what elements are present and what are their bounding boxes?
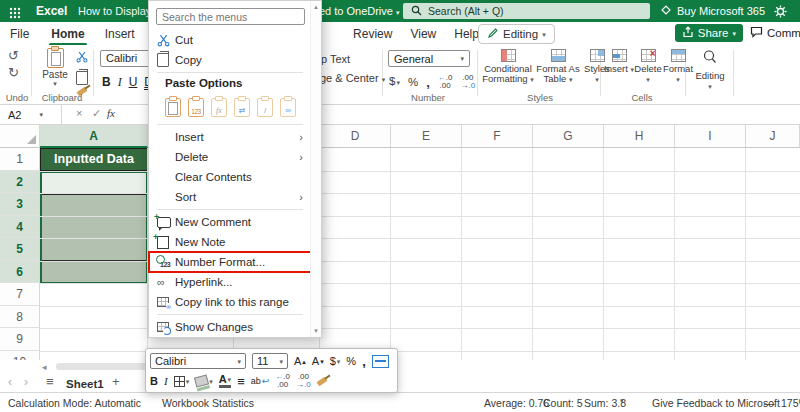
column-header-I[interactable]: I	[675, 125, 746, 148]
increase-font-size-button[interactable]: A▴	[294, 356, 306, 367]
mini-comma-button[interactable]: ,	[362, 355, 366, 368]
cut-button[interactable]	[76, 49, 88, 67]
italic-button[interactable]: I	[118, 75, 122, 90]
mini-font-color-button[interactable]: A▾	[219, 374, 231, 388]
selected-cell-A4[interactable]	[42, 217, 146, 239]
mini-decrease-decimal-button[interactable]: .00→.0	[296, 373, 311, 389]
zoom-level[interactable]: 175%	[781, 397, 800, 409]
next-sheet-icon[interactable]: ›	[24, 375, 28, 389]
app-launcher-icon[interactable]	[9, 5, 21, 17]
tab-file[interactable]: File	[8, 24, 31, 44]
selected-cell-A5[interactable]	[42, 239, 146, 261]
copy-button[interactable]	[76, 71, 88, 85]
column-header-J[interactable]: J	[746, 125, 800, 148]
workbook-statistics[interactable]: Workbook Statistics	[162, 397, 254, 409]
scroll-up-icon[interactable]: ▴	[311, 3, 321, 11]
undo-button[interactable]: ↺	[8, 49, 19, 62]
settings-gear-icon[interactable]	[774, 4, 787, 22]
zoom-out-icon[interactable]: —	[764, 397, 775, 409]
editing-dropdown[interactable]: Editing ▾	[692, 49, 728, 90]
menu-item-insert[interactable]: Insert›	[149, 127, 311, 147]
menu-item-hyperlink[interactable]: ∞Hyperlink...	[149, 272, 311, 292]
row-header-5[interactable]: 5	[0, 238, 40, 261]
name-box[interactable]: A2▾	[0, 105, 62, 124]
paste-values-icon[interactable]: 123	[188, 98, 204, 117]
percent-button[interactable]: %	[408, 76, 418, 88]
mini-increase-decimal-button[interactable]: ←.0.00	[275, 373, 290, 389]
column-header-H[interactable]: H	[604, 125, 675, 148]
row-header-10[interactable]: 10	[0, 351, 40, 361]
confirm-entry-icon[interactable]: ✓	[92, 107, 101, 120]
menu-item-clear-contents[interactable]: Clear Contents	[149, 167, 311, 187]
cells-format[interactable]: Format ▾	[662, 49, 694, 84]
buy-microsoft-365-button[interactable]: Buy Microsoft 365	[660, 4, 765, 18]
redo-button[interactable]: ↻	[8, 66, 19, 79]
active-cell-A2[interactable]	[42, 173, 146, 195]
app-name[interactable]: Excel	[36, 4, 67, 18]
paste-icon[interactable]	[165, 98, 181, 117]
menu-item-copy[interactable]: Copy	[149, 50, 311, 70]
comma-style-button[interactable]: ,	[426, 75, 430, 90]
selected-range-A2-A6[interactable]	[40, 171, 148, 284]
add-sheet-icon[interactable]: +	[112, 374, 120, 389]
menu-item-delete[interactable]: Delete›	[149, 147, 311, 167]
mini-italic-button[interactable]: I	[164, 376, 168, 387]
search-box[interactable]: Search (Alt + Q)	[403, 3, 650, 19]
selected-cell-A3[interactable]	[42, 195, 146, 217]
paste-formulas-icon[interactable]: fx	[211, 98, 227, 117]
cells-insert[interactable]: Insert ▾	[604, 49, 634, 74]
mini-borders-button[interactable]: ▾	[174, 376, 190, 387]
menu-item-copy-link-to-this-range[interactable]: Copy link to this range	[149, 292, 311, 312]
mini-merge-icon[interactable]	[372, 355, 389, 368]
menu-item-new-comment[interactable]: New Comment	[149, 212, 311, 232]
select-all-corner[interactable]	[0, 125, 40, 148]
decrease-font-size-button[interactable]: A▾	[312, 356, 324, 367]
paste-formatting-icon[interactable]: /	[257, 98, 273, 117]
row-header-9[interactable]: 9	[0, 328, 40, 351]
column-header-G[interactable]: G	[533, 125, 604, 148]
selected-cell-A6[interactable]	[42, 261, 146, 282]
share-button[interactable]: Share▾	[675, 24, 743, 42]
row-header-2[interactable]: 2	[0, 171, 40, 194]
row-header-3[interactable]: 3	[0, 193, 40, 216]
calculation-mode[interactable]: Calculation Mode: Automatic	[8, 397, 141, 409]
cancel-entry-icon[interactable]: ×	[76, 107, 82, 119]
increase-decimal-button[interactable]: ←.0.00	[438, 74, 453, 90]
mini-currency-button[interactable]: $▾	[330, 356, 341, 367]
menu-item-new-note[interactable]: New Note	[149, 232, 311, 252]
underline-button[interactable]: U	[129, 75, 138, 89]
tab-help[interactable]: Help	[452, 24, 481, 44]
mini-bold-button[interactable]: B	[150, 376, 158, 387]
paste-link-icon[interactable]: ∞	[280, 98, 296, 117]
context-menu-search-input[interactable]	[156, 8, 305, 25]
tab-home[interactable]: Home	[49, 24, 86, 44]
editing-mode-button[interactable]: Editing▾	[478, 24, 555, 44]
column-header-D[interactable]: D	[320, 125, 391, 148]
cell-A1[interactable]: Inputted Data	[40, 148, 148, 171]
row-header-7[interactable]: 7	[0, 283, 40, 306]
mini-align-button[interactable]: ≡	[237, 375, 245, 388]
column-header-F[interactable]: F	[462, 125, 533, 148]
scroll-down-icon[interactable]: ▾	[311, 327, 321, 335]
prev-sheet-icon[interactable]: ‹	[8, 375, 12, 389]
paste-transpose-icon[interactable]: ⇄	[234, 98, 250, 117]
mini-fill-color-button[interactable]: ▾	[195, 376, 213, 386]
styles-format-as-table[interactable]: Format As Table ▾	[534, 49, 582, 84]
menu-item-cut[interactable]: Cut	[149, 30, 311, 50]
mini-wrap-text-button[interactable]: ab↩	[251, 377, 270, 386]
currency-button[interactable]: $▾	[389, 76, 400, 88]
aggregates-dropdown-icon[interactable]: ▾	[620, 397, 624, 404]
menu-item-show-changes[interactable]: Show Changes	[149, 317, 311, 337]
column-header-E[interactable]: E	[391, 125, 462, 148]
mini-font-name-select[interactable]: Calibri▾	[150, 353, 246, 369]
tab-insert[interactable]: Insert	[103, 24, 137, 44]
all-sheets-menu-icon[interactable]: ≡	[46, 374, 54, 389]
column-header-A[interactable]: A	[40, 125, 148, 148]
decrease-decimal-button[interactable]: .00→.0	[460, 74, 475, 90]
styles-conditional-formatting[interactable]: Conditional Formatting ▾	[482, 49, 534, 84]
row-header-8[interactable]: 8	[0, 306, 40, 329]
context-menu-scrollbar[interactable]: ▴ ▾	[310, 1, 321, 337]
mini-percent-button[interactable]: %	[346, 356, 356, 367]
mini-font-size-select[interactable]: 11▾	[252, 353, 288, 369]
feedback-link[interactable]: Give Feedback to Microsoft	[652, 397, 780, 409]
